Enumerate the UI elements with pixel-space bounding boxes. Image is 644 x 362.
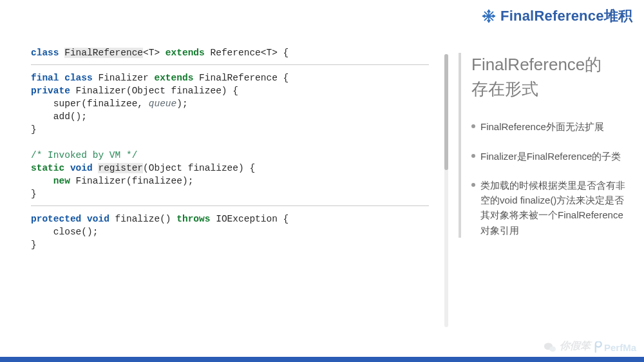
summary-heading: FinalReference的 存在形式 (471, 53, 627, 101)
code-block-2: final class Finalizer extends FinalRefer… (31, 71, 429, 200)
code-separator (31, 64, 429, 65)
code-text: finalize() (109, 214, 176, 224)
code-text: } (31, 189, 37, 199)
code-column: class FinalReference<T> extends Referenc… (0, 46, 438, 343)
code-text (81, 214, 87, 224)
code-text: (Object finalizee) { (143, 163, 255, 173)
code-text: close(); (31, 227, 98, 237)
highlight-token: FinalReference (64, 48, 143, 58)
code-text: IOException { (210, 214, 289, 224)
vertical-scrollbar[interactable] (444, 54, 448, 327)
keyword: extends (166, 48, 205, 58)
heading-line1: FinalReference的 (471, 55, 601, 74)
content-area: class FinalReference<T> extends Referenc… (0, 46, 644, 343)
svg-point-13 (549, 347, 556, 352)
code-text: Finalizer(Object finalizee) { (70, 86, 238, 96)
code-text: Finalizer(finalizee); (70, 176, 193, 186)
list-item: FinalReference外面无法扩展 (471, 119, 627, 134)
code-text: } (31, 240, 37, 250)
summary-column: FinalReference的 存在形式 FinalReference外面无法扩… (455, 46, 644, 343)
code-text: <T> (143, 48, 166, 58)
code-text: add(); (31, 111, 87, 122)
keyword: extends (154, 73, 193, 83)
code-block-3: protected void finalize() throws IOExcep… (31, 213, 429, 251)
code-text: FinalReference { (193, 73, 289, 83)
keyword: protected (31, 214, 81, 224)
keyword: class (59, 73, 99, 83)
page-header: FinalReference堆积 (0, 6, 644, 26)
keyword: static (31, 163, 64, 173)
snowflake-icon (482, 9, 496, 23)
page-title: FinalReference堆积 (500, 6, 632, 26)
keyword: class (31, 48, 64, 58)
heading-line2: 存在形式 (471, 79, 538, 99)
wechat-icon (544, 342, 556, 353)
keyword: new (53, 176, 70, 186)
keyword: private (31, 86, 70, 96)
code-text: } (31, 124, 37, 135)
code-text: Reference<T> { (205, 48, 289, 58)
watermark-logo: PerfMa (593, 341, 636, 353)
list-item: Finalizer是FinalReference的子类 (471, 149, 627, 164)
bottom-accent-bar (0, 357, 644, 362)
watermark-text: 你假笨 (560, 339, 591, 353)
slide: { "header": { "title": "FinalReference堆积… (0, 0, 644, 362)
code-text: super(finalizee, (31, 99, 149, 109)
keyword: final (31, 73, 59, 83)
keyword: throws (176, 214, 210, 224)
code-block-1: class FinalReference<T> extends Referenc… (31, 46, 429, 59)
code-text (64, 163, 70, 173)
code-text: Finalizer (98, 73, 154, 83)
keyword: void (70, 163, 93, 173)
highlight-token: register (98, 163, 143, 173)
logo-mark-icon (593, 341, 603, 353)
bullet-list: FinalReference外面无法扩展 Finalizer是FinalRefe… (471, 119, 627, 238)
summary-inner: FinalReference的 存在形式 FinalReference外面无法扩… (459, 53, 627, 238)
italic-token: queue (149, 99, 177, 109)
list-item: 类加载的时候根据类里是否含有非空的void finalize()方法来决定是否其… (471, 178, 627, 238)
code-comment: /* Invoked by VM */ (31, 150, 137, 160)
watermark: 你假笨 PerfMa (544, 339, 636, 353)
keyword: void (87, 214, 109, 224)
code-text: ); (176, 99, 187, 109)
code-text (31, 176, 53, 186)
logo-text: PerfMa (604, 342, 636, 353)
scrollbar-thumb[interactable] (444, 54, 448, 170)
code-separator (31, 205, 429, 206)
